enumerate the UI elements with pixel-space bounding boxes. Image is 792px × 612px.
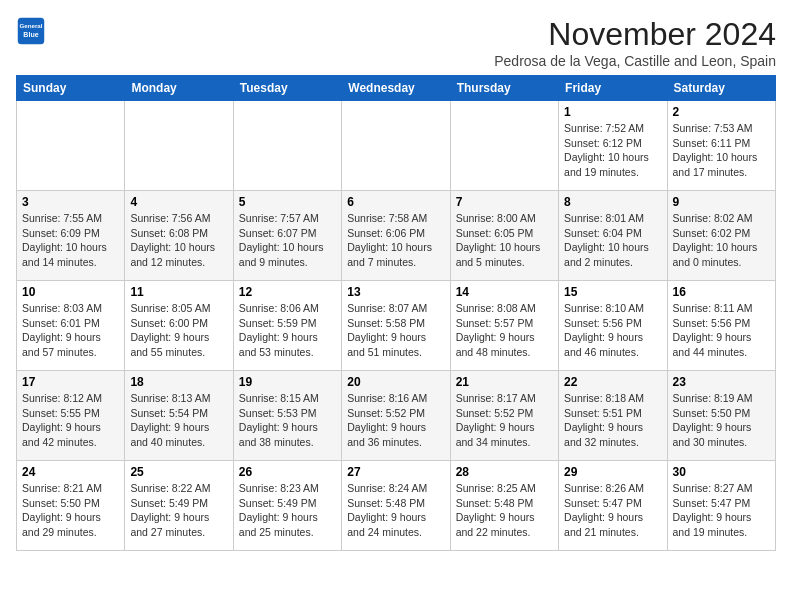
logo-icon: General Blue xyxy=(16,16,46,46)
calendar-cell: 1Sunrise: 7:52 AMSunset: 6:12 PMDaylight… xyxy=(559,101,667,191)
svg-text:Blue: Blue xyxy=(23,31,38,38)
calendar-cell xyxy=(17,101,125,191)
calendar-cell: 10Sunrise: 8:03 AMSunset: 6:01 PMDayligh… xyxy=(17,281,125,371)
week-row-5: 24Sunrise: 8:21 AMSunset: 5:50 PMDayligh… xyxy=(17,461,776,551)
day-info: Sunrise: 8:18 AMSunset: 5:51 PMDaylight:… xyxy=(564,391,661,450)
calendar-cell xyxy=(125,101,233,191)
calendar-cell: 21Sunrise: 8:17 AMSunset: 5:52 PMDayligh… xyxy=(450,371,558,461)
day-info: Sunrise: 8:05 AMSunset: 6:00 PMDaylight:… xyxy=(130,301,227,360)
calendar-cell: 18Sunrise: 8:13 AMSunset: 5:54 PMDayligh… xyxy=(125,371,233,461)
calendar-cell: 3Sunrise: 7:55 AMSunset: 6:09 PMDaylight… xyxy=(17,191,125,281)
calendar-cell: 5Sunrise: 7:57 AMSunset: 6:07 PMDaylight… xyxy=(233,191,341,281)
day-info: Sunrise: 8:06 AMSunset: 5:59 PMDaylight:… xyxy=(239,301,336,360)
page-header: General Blue November 2024 Pedrosa de la… xyxy=(16,16,776,69)
day-header-thursday: Thursday xyxy=(450,76,558,101)
day-number: 14 xyxy=(456,285,553,299)
calendar-cell: 6Sunrise: 7:58 AMSunset: 6:06 PMDaylight… xyxy=(342,191,450,281)
day-info: Sunrise: 8:26 AMSunset: 5:47 PMDaylight:… xyxy=(564,481,661,540)
calendar-cell xyxy=(450,101,558,191)
day-number: 23 xyxy=(673,375,770,389)
day-info: Sunrise: 8:23 AMSunset: 5:49 PMDaylight:… xyxy=(239,481,336,540)
day-info: Sunrise: 8:10 AMSunset: 5:56 PMDaylight:… xyxy=(564,301,661,360)
week-row-4: 17Sunrise: 8:12 AMSunset: 5:55 PMDayligh… xyxy=(17,371,776,461)
day-number: 8 xyxy=(564,195,661,209)
calendar-cell xyxy=(233,101,341,191)
logo: General Blue xyxy=(16,16,46,46)
day-header-sunday: Sunday xyxy=(17,76,125,101)
day-info: Sunrise: 7:53 AMSunset: 6:11 PMDaylight:… xyxy=(673,121,770,180)
svg-text:General: General xyxy=(20,22,43,29)
day-header-tuesday: Tuesday xyxy=(233,76,341,101)
calendar-cell: 2Sunrise: 7:53 AMSunset: 6:11 PMDaylight… xyxy=(667,101,775,191)
day-number: 3 xyxy=(22,195,119,209)
day-info: Sunrise: 7:52 AMSunset: 6:12 PMDaylight:… xyxy=(564,121,661,180)
day-info: Sunrise: 8:12 AMSunset: 5:55 PMDaylight:… xyxy=(22,391,119,450)
day-info: Sunrise: 8:01 AMSunset: 6:04 PMDaylight:… xyxy=(564,211,661,270)
day-info: Sunrise: 8:03 AMSunset: 6:01 PMDaylight:… xyxy=(22,301,119,360)
day-number: 7 xyxy=(456,195,553,209)
day-number: 17 xyxy=(22,375,119,389)
day-number: 20 xyxy=(347,375,444,389)
calendar-cell: 27Sunrise: 8:24 AMSunset: 5:48 PMDayligh… xyxy=(342,461,450,551)
day-number: 5 xyxy=(239,195,336,209)
month-title: November 2024 xyxy=(494,16,776,53)
calendar-cell xyxy=(342,101,450,191)
day-number: 10 xyxy=(22,285,119,299)
day-number: 1 xyxy=(564,105,661,119)
calendar-cell: 29Sunrise: 8:26 AMSunset: 5:47 PMDayligh… xyxy=(559,461,667,551)
day-header-monday: Monday xyxy=(125,76,233,101)
day-number: 22 xyxy=(564,375,661,389)
calendar-cell: 22Sunrise: 8:18 AMSunset: 5:51 PMDayligh… xyxy=(559,371,667,461)
day-info: Sunrise: 8:19 AMSunset: 5:50 PMDaylight:… xyxy=(673,391,770,450)
calendar-cell: 11Sunrise: 8:05 AMSunset: 6:00 PMDayligh… xyxy=(125,281,233,371)
day-number: 30 xyxy=(673,465,770,479)
calendar-table: SundayMondayTuesdayWednesdayThursdayFrid… xyxy=(16,75,776,551)
day-info: Sunrise: 8:16 AMSunset: 5:52 PMDaylight:… xyxy=(347,391,444,450)
day-info: Sunrise: 7:56 AMSunset: 6:08 PMDaylight:… xyxy=(130,211,227,270)
title-block: November 2024 Pedrosa de la Vega, Castil… xyxy=(494,16,776,69)
calendar-cell: 28Sunrise: 8:25 AMSunset: 5:48 PMDayligh… xyxy=(450,461,558,551)
calendar-cell: 9Sunrise: 8:02 AMSunset: 6:02 PMDaylight… xyxy=(667,191,775,281)
calendar-cell: 4Sunrise: 7:56 AMSunset: 6:08 PMDaylight… xyxy=(125,191,233,281)
day-info: Sunrise: 8:00 AMSunset: 6:05 PMDaylight:… xyxy=(456,211,553,270)
day-number: 13 xyxy=(347,285,444,299)
day-number: 24 xyxy=(22,465,119,479)
day-header-saturday: Saturday xyxy=(667,76,775,101)
calendar-cell: 16Sunrise: 8:11 AMSunset: 5:56 PMDayligh… xyxy=(667,281,775,371)
calendar-cell: 19Sunrise: 8:15 AMSunset: 5:53 PMDayligh… xyxy=(233,371,341,461)
day-number: 11 xyxy=(130,285,227,299)
calendar-cell: 7Sunrise: 8:00 AMSunset: 6:05 PMDaylight… xyxy=(450,191,558,281)
calendar-cell: 14Sunrise: 8:08 AMSunset: 5:57 PMDayligh… xyxy=(450,281,558,371)
day-number: 29 xyxy=(564,465,661,479)
day-number: 2 xyxy=(673,105,770,119)
day-number: 12 xyxy=(239,285,336,299)
week-row-2: 3Sunrise: 7:55 AMSunset: 6:09 PMDaylight… xyxy=(17,191,776,281)
calendar-header-row: SundayMondayTuesdayWednesdayThursdayFrid… xyxy=(17,76,776,101)
calendar-cell: 26Sunrise: 8:23 AMSunset: 5:49 PMDayligh… xyxy=(233,461,341,551)
day-number: 25 xyxy=(130,465,227,479)
calendar-cell: 8Sunrise: 8:01 AMSunset: 6:04 PMDaylight… xyxy=(559,191,667,281)
day-info: Sunrise: 8:07 AMSunset: 5:58 PMDaylight:… xyxy=(347,301,444,360)
day-info: Sunrise: 8:24 AMSunset: 5:48 PMDaylight:… xyxy=(347,481,444,540)
day-info: Sunrise: 8:25 AMSunset: 5:48 PMDaylight:… xyxy=(456,481,553,540)
day-info: Sunrise: 8:08 AMSunset: 5:57 PMDaylight:… xyxy=(456,301,553,360)
day-number: 28 xyxy=(456,465,553,479)
calendar-cell: 20Sunrise: 8:16 AMSunset: 5:52 PMDayligh… xyxy=(342,371,450,461)
day-info: Sunrise: 8:17 AMSunset: 5:52 PMDaylight:… xyxy=(456,391,553,450)
day-number: 9 xyxy=(673,195,770,209)
calendar-cell: 12Sunrise: 8:06 AMSunset: 5:59 PMDayligh… xyxy=(233,281,341,371)
day-number: 6 xyxy=(347,195,444,209)
calendar-cell: 13Sunrise: 8:07 AMSunset: 5:58 PMDayligh… xyxy=(342,281,450,371)
day-info: Sunrise: 8:13 AMSunset: 5:54 PMDaylight:… xyxy=(130,391,227,450)
day-number: 18 xyxy=(130,375,227,389)
day-number: 4 xyxy=(130,195,227,209)
calendar-cell: 25Sunrise: 8:22 AMSunset: 5:49 PMDayligh… xyxy=(125,461,233,551)
calendar-cell: 17Sunrise: 8:12 AMSunset: 5:55 PMDayligh… xyxy=(17,371,125,461)
day-info: Sunrise: 7:57 AMSunset: 6:07 PMDaylight:… xyxy=(239,211,336,270)
day-number: 21 xyxy=(456,375,553,389)
day-number: 15 xyxy=(564,285,661,299)
calendar-cell: 30Sunrise: 8:27 AMSunset: 5:47 PMDayligh… xyxy=(667,461,775,551)
day-info: Sunrise: 8:21 AMSunset: 5:50 PMDaylight:… xyxy=(22,481,119,540)
day-info: Sunrise: 8:27 AMSunset: 5:47 PMDaylight:… xyxy=(673,481,770,540)
day-info: Sunrise: 8:22 AMSunset: 5:49 PMDaylight:… xyxy=(130,481,227,540)
